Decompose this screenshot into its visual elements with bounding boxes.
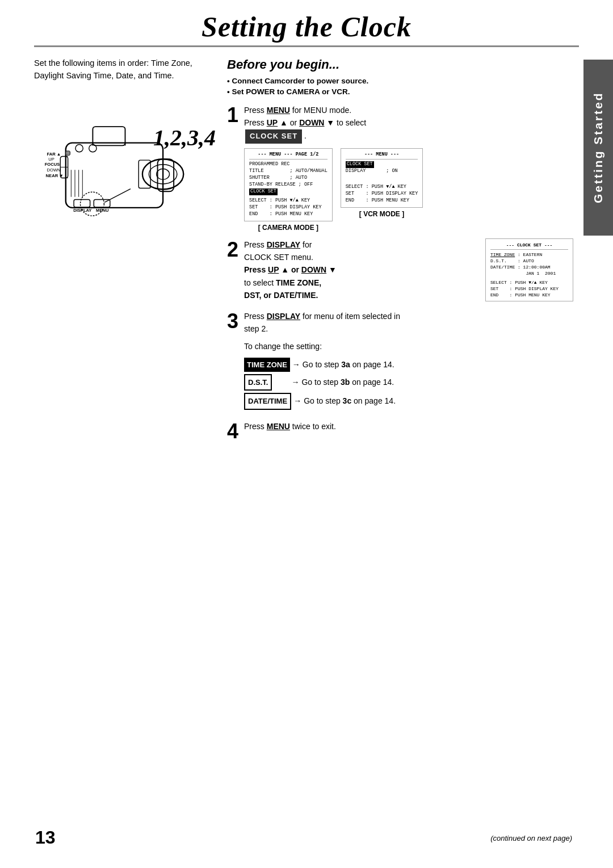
steps-number-label: 1,2,3,4 xyxy=(153,124,216,151)
step-3: 3 Press DISPLAY for menu of item selecte… xyxy=(227,310,573,412)
step3-datetime-text: Go to step 3c on page 14. xyxy=(304,394,396,408)
step2-for-label: for xyxy=(300,240,312,249)
step-4: 4 Press MENU twice to exit. xyxy=(227,420,573,442)
step3-timezone-arrow: → xyxy=(292,358,300,372)
step-1: 1 Press MENU for MENU mode. Press UP ▲ o… xyxy=(227,104,573,232)
step2-dst-datetime: DST, or DATE/TIME. xyxy=(244,291,318,300)
step-2-content: Press DISPLAY for CLOCK SET menu. Press … xyxy=(244,238,573,302)
before-begin-item-1: Connect Camcorder to power source. xyxy=(227,77,573,85)
step2-to-select: to select TIME ZONE, xyxy=(244,278,321,287)
step1-down-arrow: ▼ to select xyxy=(324,118,366,127)
step2-press-label: Press xyxy=(244,240,267,249)
step-3-content: Press DISPLAY for menu of item selected … xyxy=(244,310,573,412)
vcr-mode-label: [ VCR MODE ] xyxy=(341,210,423,218)
camcorder-diagram: FAR ▲ UP FOCUS DOWN NEAR ▼ DISPLAY MENU xyxy=(41,94,209,262)
step3-datetime-arrow: → xyxy=(293,394,301,408)
step-2-number: 2 xyxy=(227,238,238,260)
step-2: 2 Press DISPLAY for CLOCK SET menu. Pres… xyxy=(227,238,573,302)
clock-set-badge: CLOCK SET xyxy=(245,129,302,144)
step3-change-setting: To change the setting: xyxy=(244,339,573,354)
svg-rect-28 xyxy=(65,151,70,156)
svg-text:FOCUS: FOCUS xyxy=(44,162,60,167)
datetime-badge: DATE/TIME xyxy=(244,393,291,409)
step3-dst-line: D.S.T. → Go to step 3b on page 14. xyxy=(244,374,573,391)
step4-menu-word: MENU xyxy=(267,422,290,431)
step1-press-up-label: Press xyxy=(244,118,267,127)
step1-up-arrow: ▲ or xyxy=(278,118,299,127)
step-3-number: 3 xyxy=(227,310,238,332)
page-number: 13 xyxy=(35,827,56,848)
step1-press-label: Press xyxy=(244,106,267,115)
intro-text: Set the following items in order: Time Z… xyxy=(34,57,216,82)
step1-menu-word: MENU xyxy=(267,106,290,115)
svg-text:FAR ▲: FAR ▲ xyxy=(47,152,61,157)
side-tab: Getting Started xyxy=(583,60,613,236)
step2-press-up-label: Press UP ▲ or DOWN ▼ xyxy=(244,265,337,274)
dst-badge: D.S.T. xyxy=(244,374,272,391)
menu-camera-screen: --- MENU --- PAGE 1/2 PROGRAMMED REC TIT… xyxy=(244,148,333,232)
svg-point-29 xyxy=(80,192,104,216)
step-4-content: Press MENU twice to exit. xyxy=(244,420,573,433)
svg-text:DOWN: DOWN xyxy=(47,167,60,173)
svg-rect-0 xyxy=(65,143,162,208)
step4-twice-label: twice to exit. xyxy=(290,422,336,431)
step3-display-word: DISPLAY xyxy=(267,312,300,321)
camera-mode-label: [ CAMERA MODE ] xyxy=(244,224,333,232)
step3-step2-ref: step 2. xyxy=(244,324,268,333)
step3-timezone-line: TIME ZONE → Go to step 3a on page 14. xyxy=(244,358,573,372)
continued-notice: (continued on next page) xyxy=(490,834,572,842)
step3-dst-text: Go to step 3b on page 14. xyxy=(301,375,394,389)
menu-vcr-screen: --- MENU --- CLOCK SET DISPLAY ; ON SELE… xyxy=(341,148,423,218)
step1-up-word: UP xyxy=(267,118,278,127)
step3-for-menu: for menu of item selected in xyxy=(300,312,400,321)
step1-for-menu-mode: for MENU mode. xyxy=(290,106,351,115)
step-1-number: 1 xyxy=(227,104,238,125)
svg-rect-7 xyxy=(157,159,174,191)
page-title: Setting the Clock xyxy=(34,10,579,43)
time-zone-badge: TIME ZONE xyxy=(244,358,290,372)
before-begin-heading: Before you begin... xyxy=(227,57,573,72)
svg-rect-14 xyxy=(74,200,90,207)
step2-clock-set-menu: CLOCK SET menu. xyxy=(244,253,313,262)
before-begin-list: Connect Camcorder to power source. Set P… xyxy=(227,77,573,96)
svg-point-9 xyxy=(89,145,96,152)
step-4-number: 4 xyxy=(227,420,238,442)
svg-point-8 xyxy=(75,145,82,152)
step3-timezone-text: Go to step 3a on page 14. xyxy=(303,358,394,372)
step-1-content: Press MENU for MENU mode. Press UP ▲ or … xyxy=(244,104,573,232)
step4-press-label: Press xyxy=(244,422,267,431)
step2-display-word: DISPLAY xyxy=(267,240,300,249)
svg-text:NEAR ▼: NEAR ▼ xyxy=(45,173,63,178)
step1-down-word: DOWN xyxy=(299,118,324,127)
step3-press-label: Press xyxy=(244,312,267,321)
clock-set-menu-screen: --- CLOCK SET --- TIME ZONE : EASTERN D.… xyxy=(485,238,573,302)
before-begin-item-2: Set POWER to CAMERA or VCR. xyxy=(227,87,573,96)
svg-line-30 xyxy=(104,189,131,203)
step3-dst-arrow: → xyxy=(291,375,299,389)
step3-datetime-line: DATE/TIME → Go to step 3c on page 14. xyxy=(244,393,573,409)
before-you-begin: Before you begin... Connect Camcorder to… xyxy=(227,57,573,96)
step1-period: . xyxy=(302,131,306,140)
